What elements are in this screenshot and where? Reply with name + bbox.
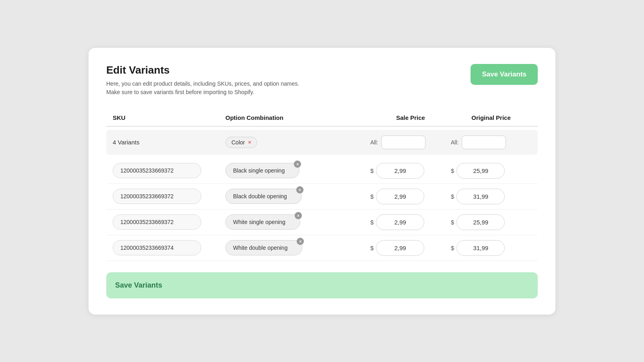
all-original-label: All: (451, 139, 458, 146)
option-remove-icon-1[interactable]: × (296, 186, 303, 193)
sale-dollar-sign-2: $ (370, 219, 374, 226)
variant-rows-container: Black single opening × $ $ Black double … (106, 158, 538, 261)
sku-input-1[interactable] (113, 189, 201, 204)
col-header-original: Original Price (451, 114, 531, 121)
original-dollar-sign-2: $ (451, 219, 454, 226)
original-dollar-sign-1: $ (451, 193, 454, 200)
color-filter-tag[interactable]: Color × (225, 137, 257, 148)
sale-price-cell-3: $ (370, 240, 451, 256)
summary-row: 4 Variants Color × All: All: (106, 130, 538, 155)
all-sale-input[interactable] (381, 136, 425, 149)
option-cell-1: Black double opening × (225, 189, 370, 204)
color-tag-cell: Color × (225, 137, 370, 148)
page-title: Edit Variants (106, 64, 299, 76)
table-row: Black single opening × $ $ (106, 158, 538, 184)
subtitle: Here, you can edit product details, incl… (106, 80, 299, 97)
sale-price-input-2[interactable] (376, 214, 424, 230)
col-header-option: Option Combination (225, 114, 370, 121)
color-tag-remove-icon[interactable]: × (248, 139, 251, 145)
sale-dollar-sign-3: $ (370, 245, 374, 251)
table-row: White double opening × $ $ (106, 235, 538, 261)
sku-cell-3 (113, 240, 225, 255)
option-tag-3: White double opening (225, 240, 302, 255)
sku-input-3[interactable] (113, 240, 201, 255)
all-original-cell: All: (451, 136, 531, 149)
sale-price-cell-2: $ (370, 214, 451, 230)
header-row: Edit Variants Here, you can edit product… (106, 64, 538, 97)
original-dollar-sign-3: $ (451, 245, 454, 251)
table-row: White single opening × $ $ (106, 210, 538, 235)
original-price-input-1[interactable] (456, 189, 505, 204)
sku-input-2[interactable] (113, 214, 201, 230)
sale-price-cell-1: $ (370, 189, 451, 204)
variants-count-label: 4 Variants (113, 139, 225, 146)
save-variants-bottom-button[interactable]: Save Variants (106, 272, 538, 298)
option-remove-icon-0[interactable]: × (294, 160, 301, 168)
option-remove-icon-2[interactable]: × (295, 212, 302, 219)
original-price-cell-0: $ (451, 163, 531, 179)
sale-dollar-sign-1: $ (370, 193, 374, 200)
option-tag-wrap-1: Black double opening × (225, 189, 302, 204)
option-tag-wrap-3: White double opening × (225, 240, 302, 255)
original-price-cell-3: $ (451, 240, 531, 256)
sale-dollar-sign-0: $ (370, 167, 374, 174)
col-header-sale: Sale Price (370, 114, 451, 121)
original-price-cell-2: $ (451, 214, 531, 230)
subtitle-line1: Here, you can edit product details, incl… (106, 80, 299, 87)
sku-cell-2 (113, 214, 225, 230)
option-cell-0: Black single opening × (225, 163, 370, 178)
edit-variants-card: Edit Variants Here, you can edit product… (89, 48, 555, 315)
title-area: Edit Variants Here, you can edit product… (106, 64, 299, 97)
sale-price-cell-0: $ (370, 163, 451, 179)
save-variants-top-button[interactable]: Save Variants (471, 64, 538, 85)
original-price-cell-1: $ (451, 189, 531, 204)
sale-price-input-3[interactable] (376, 240, 424, 256)
all-original-input[interactable] (462, 136, 506, 149)
option-cell-2: White single opening × (225, 214, 370, 230)
original-price-input-3[interactable] (456, 240, 505, 256)
original-price-input-0[interactable] (456, 163, 505, 179)
option-tag-wrap-2: White single opening × (225, 214, 300, 230)
subtitle-line2: Make sure to save variants first before … (106, 89, 254, 95)
option-tag-1: Black double opening (225, 189, 302, 204)
table-row: Black double opening × $ $ (106, 184, 538, 210)
option-tag-2: White single opening (225, 214, 300, 230)
table-header: SKU Option Combination Sale Price Origin… (106, 109, 538, 127)
option-remove-icon-3[interactable]: × (297, 238, 304, 245)
variants-table: SKU Option Combination Sale Price Origin… (106, 109, 538, 261)
option-tag-0: Black single opening (225, 163, 299, 178)
original-price-input-2[interactable] (456, 214, 505, 230)
sale-price-input-0[interactable] (376, 163, 424, 179)
col-header-sku: SKU (113, 114, 225, 121)
all-sale-label: All: (370, 139, 378, 146)
option-cell-3: White double opening × (225, 240, 370, 255)
sale-price-input-1[interactable] (376, 189, 424, 204)
color-tag-label: Color (231, 139, 245, 146)
sku-input-0[interactable] (113, 163, 201, 178)
sku-cell-0 (113, 163, 225, 178)
sku-cell-1 (113, 189, 225, 204)
original-dollar-sign-0: $ (451, 167, 454, 174)
all-sale-cell: All: (370, 136, 451, 149)
option-tag-wrap-0: Black single opening × (225, 163, 299, 178)
